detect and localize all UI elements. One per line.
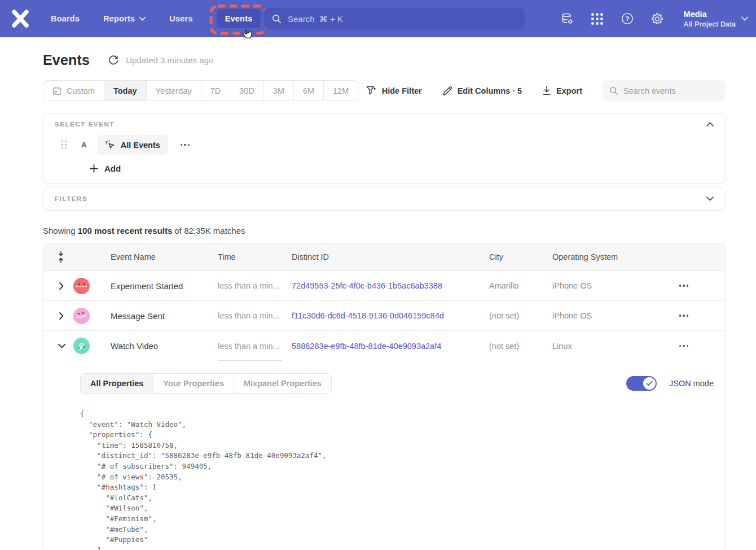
cell-distinct-id-link[interactable]: f11c30d6-dc6d-4518-9136-0d046159c84d <box>292 311 489 320</box>
json-view: { "event": "Watch Video", "properties": … <box>80 409 714 550</box>
table-row: Message Sent less than a min... f11c30d6… <box>43 301 725 331</box>
cell-event-name: Watch Video <box>111 341 218 351</box>
column-header-os[interactable]: Operating System <box>552 252 643 261</box>
date-range-today[interactable]: Today <box>104 81 146 101</box>
global-search-input[interactable] <box>288 14 517 24</box>
properties-tabs: All Properties Your Properties Mixpanel … <box>80 373 332 394</box>
nav-item-events[interactable]: Events <box>217 9 261 28</box>
nav-item-boards[interactable]: Boards <box>51 9 80 28</box>
project-picker[interactable]: Media All Project Data <box>684 9 751 29</box>
export-label: Export <box>556 86 582 95</box>
data-management-icon[interactable] <box>561 12 574 25</box>
selected-event-label: All Events <box>121 141 160 150</box>
pencil-icon <box>442 86 452 96</box>
export-button[interactable]: Export <box>542 86 582 95</box>
date-range-12m[interactable]: 12M <box>323 81 358 101</box>
hide-filter-label: Hide Filter <box>382 86 422 95</box>
drag-handle[interactable] <box>61 141 67 149</box>
row-collapse-button[interactable] <box>57 342 66 351</box>
svg-text:?: ? <box>625 15 629 22</box>
date-range-label: 30D <box>239 86 254 95</box>
column-header-distinct-id[interactable]: Distinct ID <box>292 252 489 261</box>
json-mode-toggle[interactable] <box>626 376 657 391</box>
column-header-event-name[interactable]: Event Name <box>111 252 218 261</box>
json-mode-label: JSON mode <box>669 379 714 388</box>
events-table: Event Name Time Distinct ID City Operati… <box>43 243 726 550</box>
column-header-time[interactable]: Time <box>218 252 292 261</box>
nav-item-label: Events <box>225 14 253 23</box>
date-range-yesterday[interactable]: Yesterday <box>146 81 201 101</box>
edit-columns-button[interactable]: Edit Columns · 5 <box>442 86 522 96</box>
refresh-icon[interactable] <box>108 55 119 66</box>
tab-all-properties[interactable]: All Properties <box>81 374 153 393</box>
apps-grid-icon[interactable] <box>591 12 604 25</box>
row-expand-button[interactable] <box>57 281 66 290</box>
event-more-options-button[interactable] <box>177 141 194 150</box>
check-icon <box>646 381 653 386</box>
settings-gear-icon[interactable] <box>650 12 664 25</box>
add-event-label: Add <box>104 164 121 173</box>
table-header-row: Event Name Time Distinct ID City Operati… <box>43 243 725 271</box>
event-selector-button[interactable]: All Events <box>97 135 168 155</box>
hand-cursor-icon <box>240 28 254 41</box>
results-suffix: of 82.35K matches <box>172 226 245 235</box>
search-events-input[interactable] <box>623 86 719 95</box>
date-range-picker: Custom Today Yesterday 7D 30D 3M 6M 12M <box>43 80 358 101</box>
cell-time: less than a min... <box>218 331 292 361</box>
row-actions-button[interactable] <box>676 342 692 351</box>
navbar-right: ? Media All Project Data <box>561 0 751 37</box>
row-actions-button[interactable] <box>676 281 692 290</box>
date-range-30d[interactable]: 30D <box>230 81 263 101</box>
page-title: Events <box>43 52 90 68</box>
chevron-up-icon[interactable] <box>706 122 714 126</box>
cell-distinct-id-link[interactable]: 5886283e-e9fb-48fb-81de-40e9093a2af4 <box>292 342 489 351</box>
add-event-button[interactable]: Add <box>90 164 725 173</box>
toggle-knob <box>643 377 656 390</box>
hide-filter-button[interactable]: Hide Filter <box>366 86 422 95</box>
cell-time: less than a min... <box>218 271 292 300</box>
date-range-6m[interactable]: 6M <box>293 81 323 101</box>
project-name: Media <box>684 9 736 20</box>
table-toolbar: Hide Filter Edit Columns · 5 Export <box>366 80 726 101</box>
cell-city: (not set) <box>489 311 552 320</box>
date-range-7d[interactable]: 7D <box>201 81 230 101</box>
date-range-label: Custom <box>67 86 95 95</box>
chevron-right-icon <box>59 282 64 290</box>
row-expand-button[interactable] <box>57 311 66 320</box>
cell-distinct-id-link[interactable]: 72d49553-25fc-4f0c-b436-1b5ac6ab3388 <box>292 281 489 290</box>
controls-row: Custom Today Yesterday 7D 30D 3M 6M 12M … <box>43 80 726 101</box>
download-icon <box>542 86 551 95</box>
cell-os: iPhone OS <box>552 311 643 320</box>
search-events-box[interactable] <box>603 80 726 101</box>
column-header-city[interactable]: City <box>489 252 552 261</box>
date-range-label: 3M <box>273 86 284 95</box>
nav-item-reports[interactable]: Reports <box>103 9 146 28</box>
tab-your-properties[interactable]: Your Properties <box>153 374 234 393</box>
event-detail-panel: All Properties Your Properties Mixpanel … <box>43 361 725 550</box>
results-summary: Showing 100 most recent results of 82.35… <box>43 226 245 235</box>
help-icon[interactable]: ? <box>621 12 634 25</box>
magic-cursor-icon <box>105 139 116 150</box>
date-range-custom[interactable]: Custom <box>43 81 104 101</box>
date-range-3m[interactable]: 3M <box>263 81 293 101</box>
date-range-label: Yesterday <box>156 86 192 95</box>
nav-item-events-wrap: Events <box>217 9 261 28</box>
global-search[interactable] <box>264 8 525 29</box>
chevron-down-icon <box>139 17 146 21</box>
edit-columns-label: Edit Columns · 5 <box>458 86 522 95</box>
mixpanel-logo-icon[interactable] <box>11 10 29 28</box>
chevron-down-icon[interactable] <box>706 197 714 201</box>
tab-mixpanel-properties[interactable]: Mixpanel Properties <box>234 374 331 393</box>
table-row-expanded: Watch Video less than a min... 5886283e-… <box>43 331 725 361</box>
cell-os: Linux <box>552 342 643 351</box>
results-count: 100 most recent results <box>78 226 173 235</box>
filters-panel[interactable]: FILTERS <box>43 187 726 211</box>
date-range-label: 7D <box>210 86 221 95</box>
event-position-label: A <box>81 141 87 149</box>
nav-item-users[interactable]: Users <box>169 9 192 28</box>
collapse-all-icon[interactable] <box>57 251 65 263</box>
search-icon <box>272 14 282 24</box>
table-row: Experiment Started less than a min... 72… <box>43 271 725 301</box>
row-actions-button[interactable] <box>676 311 692 320</box>
results-prefix: Showing <box>43 226 78 235</box>
